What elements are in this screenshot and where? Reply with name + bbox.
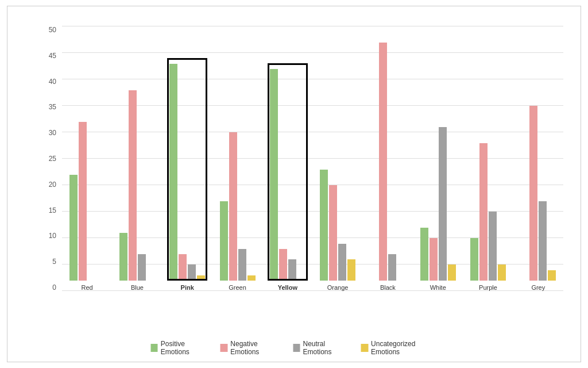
- color-group: Blue: [119, 90, 155, 291]
- color-group: Pink: [169, 64, 205, 291]
- neutral-bar: [238, 249, 246, 281]
- bars-row: RedBluePinkGreenYellowOrangeBlackWhitePu…: [62, 26, 563, 291]
- legend-swatch: [361, 344, 368, 352]
- positive-bar: [320, 170, 328, 281]
- legend-swatch: [151, 344, 158, 352]
- grid-and-bars: RedBluePinkGreenYellowOrangeBlackWhitePu…: [62, 26, 563, 291]
- positive-bar: [220, 201, 228, 281]
- legend-label: Uncategorized Emotions: [371, 340, 437, 356]
- bar-group: [119, 90, 155, 281]
- positive-bar: [69, 175, 78, 281]
- negative-bar: [179, 254, 187, 281]
- positive-bar: [470, 238, 478, 281]
- y-axis-label: 40: [42, 78, 56, 85]
- positive-bar: [270, 69, 278, 281]
- uncategorized-bar: [548, 270, 556, 281]
- group-label: Black: [380, 284, 396, 291]
- group-label: Red: [82, 284, 93, 291]
- y-axis-label: 0: [42, 284, 56, 291]
- color-group: White: [420, 127, 456, 291]
- y-axis-label: 45: [42, 52, 56, 59]
- group-label: Grey: [531, 284, 545, 291]
- color-group: Red: [69, 122, 105, 291]
- legend-label: Positive Emotions: [161, 340, 209, 356]
- uncategorized-bar: [197, 275, 205, 281]
- negative-bar: [79, 122, 87, 281]
- legend-swatch: [293, 344, 300, 352]
- legend-swatch: [220, 344, 227, 352]
- group-label: Purple: [479, 284, 497, 291]
- neutral-bar: [138, 254, 146, 281]
- y-axis-label: 25: [42, 155, 56, 162]
- negative-bar: [529, 106, 537, 281]
- bar-group: [320, 170, 355, 281]
- neutral-bar: [288, 259, 296, 281]
- legend-item: Positive Emotions: [151, 340, 209, 356]
- neutral-bar: [439, 127, 447, 281]
- positive-bar: [119, 233, 127, 281]
- negative-bar: [379, 43, 387, 281]
- negative-bar: [479, 143, 488, 281]
- bar-group: [420, 127, 456, 281]
- negative-bar: [229, 132, 237, 281]
- bar-group: [370, 43, 405, 281]
- group-label: White: [430, 284, 446, 291]
- color-group: Purple: [470, 143, 506, 291]
- legend-item: Negative Emotions: [220, 340, 281, 356]
- color-group: Yellow: [270, 69, 305, 291]
- group-label: Orange: [327, 284, 349, 291]
- y-axis-label: 50: [42, 26, 56, 33]
- uncategorized-bar: [347, 259, 355, 281]
- y-axis-label: 35: [42, 103, 56, 110]
- group-label: Yellow: [278, 284, 297, 291]
- bar-group: [470, 143, 506, 281]
- y-axis-label: 5: [42, 258, 56, 265]
- negative-bar: [129, 90, 137, 281]
- group-label: Pink: [181, 284, 194, 291]
- group-label: Blue: [131, 284, 144, 291]
- negative-bar: [279, 249, 287, 281]
- color-group: Black: [370, 43, 405, 291]
- y-axis-label: 30: [42, 129, 56, 136]
- neutral-bar: [338, 244, 346, 281]
- neutral-bar: [388, 254, 396, 281]
- legend-item: Uncategorized Emotions: [361, 340, 438, 356]
- bar-group: [270, 69, 305, 281]
- color-group: Green: [220, 132, 256, 291]
- legend: Positive EmotionsNegative EmotionsNeutra…: [151, 340, 438, 356]
- bar-group: [69, 122, 105, 281]
- uncategorized-bar: [247, 275, 256, 281]
- bar-group: [220, 132, 256, 281]
- neutral-bar: [188, 264, 196, 281]
- y-axis-label: 15: [42, 207, 56, 214]
- y-axis: 05101520253035404550: [42, 26, 59, 291]
- bar-group: [520, 106, 556, 281]
- y-axis-label: 20: [42, 181, 56, 188]
- legend-item: Neutral Emotions: [293, 340, 350, 356]
- neutral-bar: [489, 212, 497, 281]
- negative-bar: [329, 185, 337, 281]
- positive-bar: [169, 64, 177, 281]
- color-group: Orange: [320, 170, 355, 291]
- uncategorized-bar: [448, 264, 456, 281]
- positive-bar: [420, 228, 428, 281]
- legend-label: Negative Emotions: [230, 340, 281, 356]
- group-label: Green: [229, 284, 246, 291]
- y-axis-label: 10: [42, 232, 56, 239]
- color-group: Grey: [520, 106, 556, 291]
- uncategorized-bar: [498, 264, 506, 281]
- bar-group: [169, 64, 205, 281]
- neutral-bar: [539, 201, 547, 281]
- legend-label: Neutral Emotions: [303, 340, 350, 356]
- chart-container: 05101520253035404550 RedBluePinkGreenYel…: [7, 6, 581, 362]
- chart-area: 05101520253035404550 RedBluePinkGreenYel…: [42, 26, 563, 291]
- negative-bar: [430, 238, 438, 281]
